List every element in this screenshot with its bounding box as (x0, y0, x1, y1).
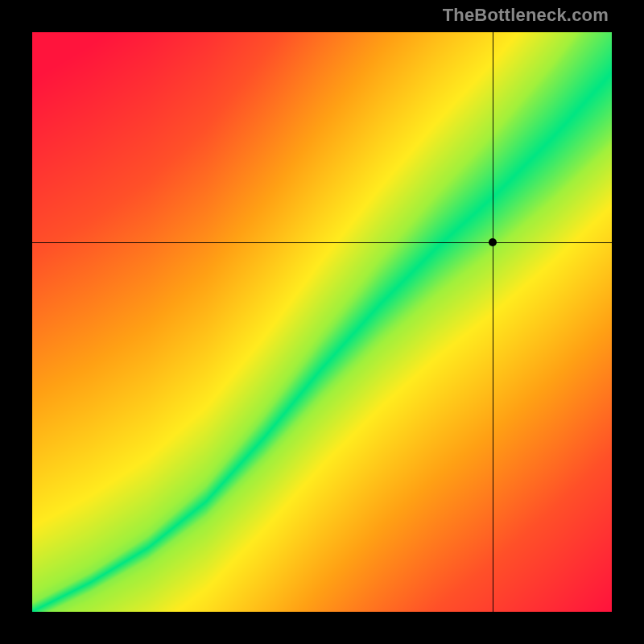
heatmap-plot (32, 32, 612, 612)
marker-dot (489, 238, 497, 246)
heatmap-canvas (32, 32, 612, 612)
attribution-label: TheBottleneck.com (443, 5, 609, 26)
crosshair-horizontal (32, 242, 612, 243)
crosshair-vertical (493, 32, 493, 612)
